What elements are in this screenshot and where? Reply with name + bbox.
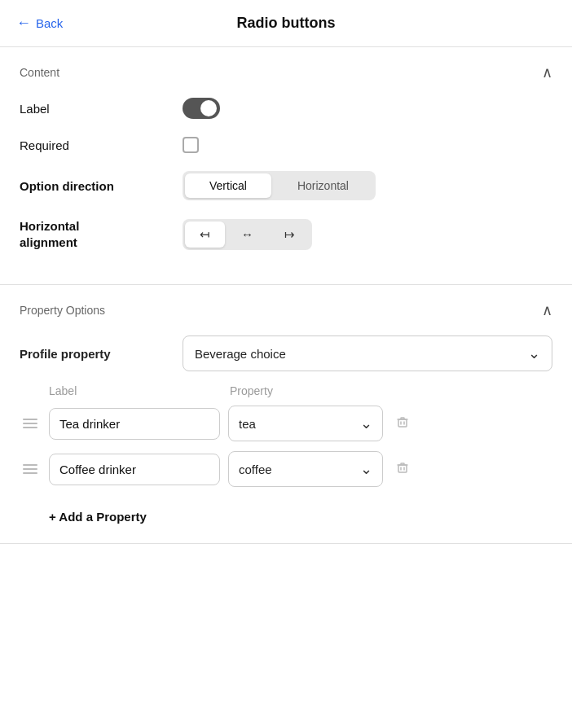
svg-rect-4	[398, 465, 407, 472]
content-section-header: Content ∧	[20, 64, 552, 81]
page-title: Radio buttons	[237, 15, 336, 32]
dropdown-arrow-icon: ⌄	[528, 344, 540, 362]
dropdown-2-arrow-icon: ⌄	[360, 460, 372, 478]
column-label-header: Label	[49, 384, 220, 397]
horizontal-alignment-row: Horizontalalignment ↤ ↔ ↦	[20, 218, 552, 250]
dropdown-1-arrow-icon: ⌄	[360, 414, 372, 432]
property-dropdown-2[interactable]: coffee ⌄	[228, 451, 383, 487]
back-arrow-icon: ←	[16, 15, 31, 32]
required-field-label: Required	[20, 138, 183, 152]
profile-property-dropdown[interactable]: Beverage choice ⌄	[183, 335, 552, 371]
table-row: tea ⌄	[20, 406, 552, 441]
horizontal-alignment-label: Horizontalalignment	[20, 218, 183, 250]
property-value-2: coffee	[239, 463, 272, 476]
svg-rect-0	[398, 419, 407, 427]
back-button[interactable]: ← Back	[16, 15, 63, 32]
label-input-1[interactable]	[49, 408, 220, 440]
vertical-option[interactable]: Vertical	[185, 173, 271, 198]
required-checkbox[interactable]	[183, 137, 199, 153]
property-options-collapse-icon[interactable]: ∧	[542, 301, 552, 319]
property-options-header: Property Options ∧	[20, 301, 552, 319]
property-options-title: Property Options	[20, 304, 105, 317]
table-headers: Label Property	[20, 384, 552, 397]
toggle-thumb	[200, 100, 217, 116]
header: ← Back Radio buttons	[0, 0, 572, 47]
content-section: Content ∧ Label Required Option directio…	[0, 47, 572, 285]
trash-icon	[394, 414, 411, 430]
label-field-label: Label	[20, 102, 183, 116]
content-section-title: Content	[20, 66, 59, 79]
horizontal-option[interactable]: Horizontal	[273, 173, 373, 198]
align-right-button[interactable]: ↦	[270, 221, 310, 248]
option-direction-label: Option direction	[20, 179, 183, 193]
option-direction-segmented: Vertical Horizontal	[183, 171, 376, 200]
delete-row-2-button[interactable]	[391, 456, 414, 483]
property-value-1: tea	[239, 417, 256, 431]
content-collapse-icon[interactable]: ∧	[542, 64, 552, 81]
drag-handle-2[interactable]	[20, 461, 41, 477]
align-left-button[interactable]: ↤	[185, 221, 225, 248]
toggle-track	[183, 98, 220, 119]
label-input-2[interactable]	[49, 454, 220, 485]
profile-property-label: Profile property	[20, 347, 183, 361]
drag-handle-1[interactable]	[20, 415, 41, 432]
trash-icon-2	[394, 459, 411, 476]
label-toggle[interactable]	[183, 98, 220, 119]
profile-property-value: Beverage choice	[195, 347, 286, 361]
property-options-section: Property Options ∧ Profile property Beve…	[0, 285, 572, 544]
alignment-buttons: ↤ ↔ ↦	[183, 219, 312, 250]
add-property-label: + Add a Property	[49, 510, 147, 524]
align-center-button[interactable]: ↔	[227, 221, 268, 248]
required-row: Required	[20, 137, 552, 153]
delete-row-1-button[interactable]	[391, 410, 414, 437]
column-property-header: Property	[230, 384, 273, 397]
table-row: coffee ⌄	[20, 451, 552, 487]
label-row: Label	[20, 98, 552, 119]
property-dropdown-1[interactable]: tea ⌄	[228, 406, 383, 441]
profile-property-row: Profile property Beverage choice ⌄	[20, 335, 552, 371]
back-label: Back	[36, 16, 63, 30]
add-property-button[interactable]: + Add a Property	[20, 497, 552, 527]
option-direction-row: Option direction Vertical Horizontal	[20, 171, 552, 200]
